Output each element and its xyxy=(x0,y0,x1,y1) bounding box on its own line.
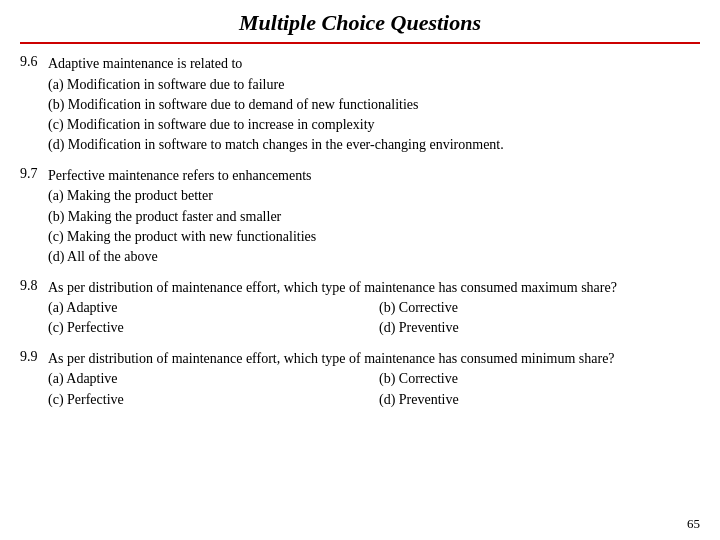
option-1-4: (d) Modification in software to match ch… xyxy=(48,135,700,155)
question-number-1: 9.6 xyxy=(20,54,48,70)
red-divider xyxy=(20,42,700,44)
question-text-3: As per distribution of maintenance effor… xyxy=(48,278,700,298)
option-3-2: (b) Corrective xyxy=(379,298,700,318)
question-block-4: 9.9As per distribution of maintenance ef… xyxy=(20,349,700,410)
option-1-3: (c) Modification in software due to incr… xyxy=(48,115,700,135)
question-text-1: Adaptive maintenance is related to xyxy=(48,54,700,74)
question-block-1: 9.6Adaptive maintenance is related to(a)… xyxy=(20,54,700,156)
page-number: 65 xyxy=(687,516,700,532)
option-2-1: (a) Making the product better xyxy=(48,186,700,206)
option-4-3: (c) Perfective xyxy=(48,390,369,410)
option-4-4: (d) Preventive xyxy=(379,390,700,410)
question-content-2: Perfective maintenance refers to enhance… xyxy=(48,166,700,268)
options-list-1: (a) Modification in software due to fail… xyxy=(48,75,700,156)
option-3-4: (d) Preventive xyxy=(379,318,700,338)
question-number-3: 9.8 xyxy=(20,278,48,294)
questions-container: 9.6Adaptive maintenance is related to(a)… xyxy=(20,54,700,410)
option-3-3: (c) Perfective xyxy=(48,318,369,338)
question-number-4: 9.9 xyxy=(20,349,48,365)
question-block-2: 9.7Perfective maintenance refers to enha… xyxy=(20,166,700,268)
page-title: Multiple Choice Questions xyxy=(239,10,481,35)
question-content-4: As per distribution of maintenance effor… xyxy=(48,349,700,410)
options-grid-3: (a) Adaptive(b) Corrective(c) Perfective… xyxy=(48,298,700,339)
question-text-4: As per distribution of maintenance effor… xyxy=(48,349,700,369)
question-block-3: 9.8As per distribution of maintenance ef… xyxy=(20,278,700,339)
page: Multiple Choice Questions 9.6Adaptive ma… xyxy=(0,0,720,540)
option-4-1: (a) Adaptive xyxy=(48,369,369,389)
option-2-2: (b) Making the product faster and smalle… xyxy=(48,207,700,227)
option-2-4: (d) All of the above xyxy=(48,247,700,267)
question-content-1: Adaptive maintenance is related to(a) Mo… xyxy=(48,54,700,156)
question-number-2: 9.7 xyxy=(20,166,48,182)
question-content-3: As per distribution of maintenance effor… xyxy=(48,278,700,339)
options-list-2: (a) Making the product better(b) Making … xyxy=(48,186,700,267)
option-2-3: (c) Making the product with new function… xyxy=(48,227,700,247)
title-container: Multiple Choice Questions xyxy=(20,10,700,36)
option-3-1: (a) Adaptive xyxy=(48,298,369,318)
question-text-2: Perfective maintenance refers to enhance… xyxy=(48,166,700,186)
option-4-2: (b) Corrective xyxy=(379,369,700,389)
options-grid-4: (a) Adaptive(b) Corrective(c) Perfective… xyxy=(48,369,700,410)
option-1-1: (a) Modification in software due to fail… xyxy=(48,75,700,95)
option-1-2: (b) Modification in software due to dema… xyxy=(48,95,700,115)
